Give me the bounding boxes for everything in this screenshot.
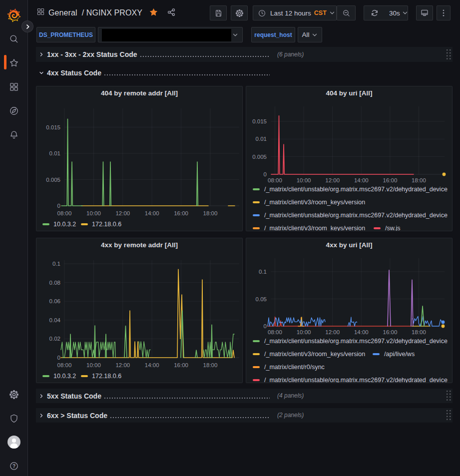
svg-text:10:00: 10:00 (86, 362, 101, 368)
svg-text:14:00: 14:00 (145, 362, 159, 368)
svg-text:0: 0 (57, 355, 60, 361)
svg-text:0.005: 0.005 (252, 154, 267, 160)
svg-text:0: 0 (264, 171, 267, 177)
svg-text:08:00: 08:00 (57, 210, 72, 216)
svg-text:18:00: 18:00 (412, 329, 426, 335)
svg-text:12:00: 12:00 (325, 177, 340, 183)
svg-text:0.015: 0.015 (252, 118, 267, 124)
svg-text:0.1: 0.1 (259, 269, 267, 275)
svg-text:/_matrix/client/unstable/org.m: /_matrix/client/unstable/org.matrix.msc2… (264, 186, 448, 193)
svg-text:172.18.0.6: 172.18.0.6 (92, 373, 121, 380)
svg-text:0.05: 0.05 (256, 296, 267, 302)
svg-text:10.0.3.2: 10.0.3.2 (53, 373, 76, 380)
svg-text:0.01: 0.01 (256, 136, 267, 142)
svg-text:/_matrix/client/v3/room_keys/v: /_matrix/client/v3/room_keys/version (264, 225, 365, 231)
svg-text:?: ? (12, 464, 15, 469)
svg-text:16:00: 16:00 (174, 362, 188, 368)
svg-text:18:00: 18:00 (203, 210, 218, 216)
svg-text:/_matrix/client/unstable/org.m: /_matrix/client/unstable/org.matrix.msc2… (264, 377, 448, 383)
svg-text:08:00: 08:00 (57, 362, 72, 368)
svg-text:14:00: 14:00 (145, 210, 159, 216)
svg-text:0.01: 0.01 (49, 150, 60, 156)
svg-text:0.08: 0.08 (49, 280, 60, 286)
svg-text:0.005: 0.005 (46, 177, 60, 183)
svg-text:16:00: 16:00 (174, 210, 188, 216)
svg-text:12:00: 12:00 (115, 362, 130, 368)
svg-text:0.02: 0.02 (49, 336, 60, 342)
svg-text:/_matrix/client/v3/room_keys/v: /_matrix/client/v3/room_keys/version (264, 199, 365, 206)
svg-text:0.015: 0.015 (46, 124, 60, 130)
svg-text:0.1: 0.1 (52, 261, 60, 267)
svg-text:10:00: 10:00 (297, 329, 311, 335)
svg-text:10:00: 10:00 (86, 210, 101, 216)
svg-text:0.06: 0.06 (49, 298, 60, 304)
svg-text:/_matrix/client/unstable/org.m: /_matrix/client/unstable/org.matrix.msc2… (264, 338, 448, 345)
svg-text:/api/live/ws: /api/live/ws (384, 351, 415, 358)
svg-text:/sw.js: /sw.js (385, 225, 401, 231)
svg-text:0.04: 0.04 (49, 317, 61, 323)
svg-text:0: 0 (57, 203, 60, 209)
svg-text:/_matrix/client/r0/sync: /_matrix/client/r0/sync (264, 364, 325, 371)
svg-text:12:00: 12:00 (325, 329, 340, 335)
svg-text:18:00: 18:00 (203, 362, 218, 368)
svg-text:10.0.3.2: 10.0.3.2 (53, 221, 76, 228)
svg-text:0: 0 (264, 323, 267, 329)
svg-text:16:00: 16:00 (383, 177, 398, 183)
svg-text:172.18.0.6: 172.18.0.6 (92, 221, 121, 228)
svg-text:12:00: 12:00 (115, 210, 130, 216)
svg-text:14:00: 14:00 (354, 177, 369, 183)
svg-text:18:00: 18:00 (412, 177, 426, 183)
svg-text:08:00: 08:00 (268, 177, 282, 183)
svg-text:/_matrix/client/v3/room_keys/v: /_matrix/client/v3/room_keys/version (264, 351, 365, 358)
svg-text:08:00: 08:00 (268, 329, 282, 335)
svg-text:16:00: 16:00 (383, 329, 398, 335)
svg-text:14:00: 14:00 (354, 329, 369, 335)
svg-text:/_matrix/client/unstable/org.m: /_matrix/client/unstable/org.matrix.msc2… (264, 212, 448, 219)
svg-text:10:00: 10:00 (297, 177, 311, 183)
